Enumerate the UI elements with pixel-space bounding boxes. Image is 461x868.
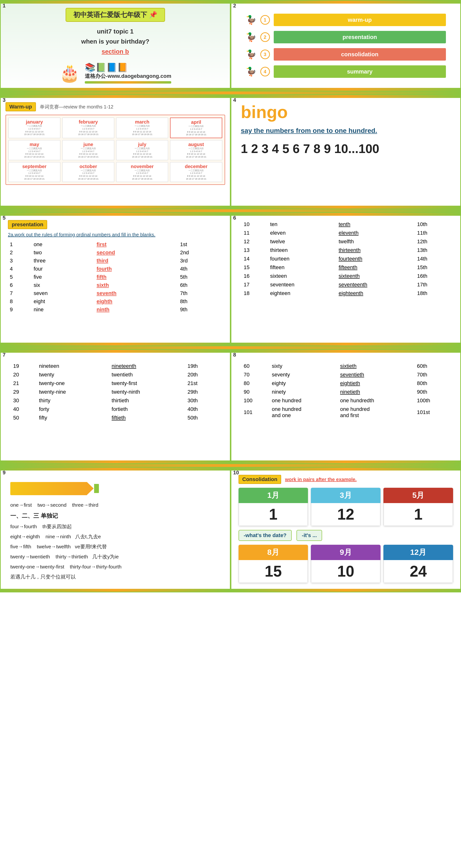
menu-item-4: 🦆 4 summary (246, 65, 446, 78)
months-row-3: september 一二三四五六日1 2 3 4 5 6 78 9 10 11 … (8, 162, 222, 182)
table-row: 40forty fortieth 40th (10, 405, 220, 413)
table-row: 13thirteen thirteenth 13th (241, 246, 451, 254)
calendar-mar: 3月 12 (311, 488, 380, 526)
warm-up-badge: Warm-up (5, 102, 36, 111)
table-row: 2two second 2nd (8, 249, 223, 257)
pencil-eraser (94, 484, 99, 493)
table-row: 4four fourth 4th (8, 265, 223, 273)
table-row: 1one first 1st (8, 240, 223, 249)
top-bar-2 (231, 1, 461, 4)
month-june: june 一二三四五六日1 2 3 4 5 6 78 9 10 11 12 13… (62, 140, 114, 160)
bingo-instruction: say the numbers from one to one hundred. (241, 126, 451, 136)
pencil-shape-container (10, 482, 87, 495)
calendar-jan: 1月 1 (239, 488, 308, 526)
duck-icon-3: 🦆 (246, 49, 256, 59)
top-bar-5 (1, 213, 230, 216)
table-row: 7seven seventh 7th (8, 289, 223, 298)
rule-7: twenty-one→twenty-first thirty-four→thir… (10, 562, 220, 572)
table-row: 5five fifth 5th (8, 273, 223, 281)
consolidation-badge: Consolidation (239, 475, 281, 484)
day-12: 12 (311, 503, 380, 526)
ordinal-table-7: 19nineteen nineteenth 19th 20twenty twen… (10, 362, 220, 422)
warm-up-instruction: 单词竞赛—review the months 1-12 (40, 104, 114, 110)
circle-1: 1 (260, 15, 270, 25)
pencil-body (10, 482, 87, 495)
calendar-sep: 9月 10 (311, 545, 380, 583)
circle-4: 4 (260, 67, 270, 76)
top-bar-4 (231, 95, 461, 98)
table-row: 14fourteen fourteenth 14th (241, 254, 451, 263)
table-row: 100one hundred one hundredth 100th (241, 396, 451, 405)
rule-8: 若遇几十几，只变个位就可以 (10, 572, 220, 582)
rule-5: five→fifth twelve→twelfth ve要用f来代替 (10, 541, 220, 552)
panel-number-1: 1 (3, 3, 5, 9)
calendar-bottom-row: 8月 15 9月 10 12月 24 (239, 545, 453, 583)
month-october: october 一二三四五六日1 2 3 4 5 6 78 9 10 11 12… (62, 162, 114, 182)
bingo-title: bingo (241, 102, 451, 122)
pencil-tip-shape (87, 482, 94, 495)
bottom-area: 🎂 📚📗📘📙 道格办公-www.daogebangong.com (59, 62, 171, 84)
table-row: 80eighty eightieth 80th (241, 379, 451, 388)
top-bar-9 (1, 468, 230, 470)
ordinal-table-8: 60sixty sixtieth 60th 70seventy seventie… (241, 362, 451, 420)
table-row: 29twenty-nine twenty-ninth 29th (10, 388, 220, 396)
day-15: 15 (239, 560, 308, 583)
ordinal-table-5: 1one first 1st 2two second 2nd 3three th… (8, 240, 223, 314)
divider-3 (0, 346, 461, 349)
month-9: 9月 (311, 545, 380, 560)
month-march: march 一二三四五六日1 2 3 4 5 6 78 9 10 11 12 1… (116, 118, 168, 138)
table-row: 90ninety ninetieth 90th (241, 388, 451, 396)
panel-3: 3 Warm-up 单词竞赛—review the months 1-12 ja… (0, 94, 230, 209)
menu-label-presentation: presentation (274, 31, 446, 43)
day-1: 1 (239, 503, 308, 526)
panel-number-7: 7 (3, 352, 5, 358)
month-8: 8月 (239, 545, 308, 560)
title-box: 初中英语仁爱版七年级下 📌 (66, 8, 165, 22)
panel-number-10: 10 (233, 470, 239, 476)
panel-7: 7 19nineteen nineteenth 19th 20twenty tw… (0, 349, 230, 464)
menu-label-consolidation: consolidation (274, 48, 446, 61)
website-text: 道格办公-www.daogebangong.com (85, 72, 171, 80)
month-january: january 一二三四五六日1 2 3 4 5 6 78 9 10 11 12… (8, 118, 60, 138)
table-row: 9nine ninth 9th (8, 306, 223, 314)
table-row: 15fifteen fifteenth 15th (241, 263, 451, 272)
ordinal-table-6: 10ten tenth 10th 11eleven eleventh 11th … (241, 220, 451, 298)
qa-section: -what's the date? -it's ... (239, 530, 453, 541)
bottom-bar-9 (1, 589, 230, 592)
section-text: section b (101, 48, 129, 55)
table-row: 16sixteen sixteenth 16th (241, 272, 451, 280)
qa-question: -what's the date? (239, 530, 292, 541)
duck-icon-1: 🦆 (246, 15, 256, 25)
bottom-bar-2 (231, 88, 461, 91)
presentation-badge: presentation (8, 220, 47, 229)
panel-9: 9 one→first two→second three→third 一、二、三… (0, 467, 230, 592)
month-3: 3月 (311, 488, 380, 503)
month-12: 12月 (383, 545, 453, 560)
rules-area: one→first two→second three→third 一、二、三 单… (10, 500, 220, 582)
table-row: 60sixty sixtieth 60th (241, 362, 451, 370)
panel-2: 2 🦆 1 warm-up 🦆 2 presentation 🦆 3 conso… (230, 0, 461, 91)
months-row-2: may 一二三四五六日1 2 3 4 5 6 78 9 10 11 12 13 … (8, 140, 222, 160)
table-row: 10ten tenth 10th (241, 220, 451, 229)
day-10: 10 (311, 560, 380, 583)
month-august: august 一二三四五六日1 2 3 4 5 6 78 9 10 11 12 … (170, 140, 222, 160)
panel-1: 1 初中英语仁爱版七年级下 📌 unit7 topic 1 when is yo… (0, 0, 230, 91)
table-row: 6six sixth 6th (8, 281, 223, 289)
table-row: 11eleven eleventh 11th (241, 229, 451, 237)
divider-1 (0, 91, 461, 94)
bottom-bar-10 (231, 589, 461, 592)
bottom-bar-6 (231, 343, 461, 345)
rule-2: 一、二、三 单独记 (10, 510, 220, 522)
divider-4 (0, 464, 461, 467)
menu-item-3: 🦆 3 consolidation (246, 48, 446, 61)
table-row: 30thirty thirtieth 30th (10, 396, 220, 405)
table-row: 70seventy seventieth 70th (241, 370, 451, 379)
top-bar-8 (231, 350, 461, 353)
bottom-bar-4 (231, 206, 461, 209)
menu-item-2: 🦆 2 presentation (246, 31, 446, 43)
menu-label-warmup: warm-up (274, 14, 446, 26)
panel-number-8: 8 (233, 352, 236, 358)
panel-5: 5 presentation 2a.work out the rules of … (0, 212, 230, 346)
bottom-bar-8 (231, 461, 461, 463)
duck-icon-4: 🦆 (246, 67, 256, 76)
